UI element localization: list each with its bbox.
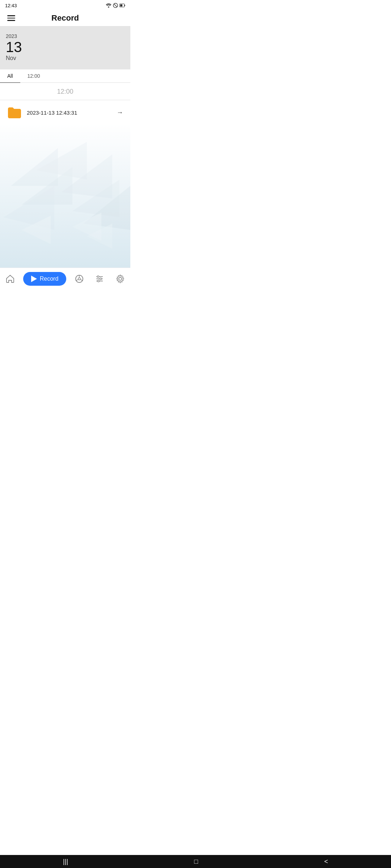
folder-icon <box>7 106 22 119</box>
bottom-nav: Record <box>0 268 130 289</box>
record-item[interactable]: 2023-11-13 12:43:31 → <box>4 100 126 125</box>
play-icon <box>31 276 37 282</box>
tabs-row: All 12:00 <box>0 69 130 83</box>
app-header: Record <box>0 10 130 26</box>
nav-steering[interactable] <box>72 273 87 285</box>
svg-rect-5 <box>120 4 122 7</box>
date-month: Nov <box>6 55 125 61</box>
steering-icon <box>75 274 84 284</box>
status-icons <box>106 3 125 8</box>
controls-icon <box>95 274 104 284</box>
decorative-background <box>0 123 130 268</box>
svg-point-27 <box>119 277 122 280</box>
status-time: 12:43 <box>5 3 17 8</box>
blocked-icon <box>113 3 118 8</box>
date-panel: 2023 13 Nov <box>0 26 130 69</box>
home-icon <box>5 274 15 284</box>
record-name: 2023-11-13 12:43:31 <box>27 110 117 116</box>
arrow-right-icon: → <box>117 109 123 116</box>
svg-point-17 <box>78 278 80 280</box>
wifi-icon <box>106 3 112 8</box>
date-year: 2023 <box>6 33 125 39</box>
nav-home[interactable] <box>3 273 18 285</box>
time-section-label: 12:00 <box>0 83 130 100</box>
tab-all[interactable]: All <box>0 69 20 83</box>
svg-line-2 <box>114 4 117 7</box>
nav-settings[interactable] <box>113 273 128 285</box>
tab-time[interactable]: 12:00 <box>20 69 47 83</box>
page-title: Record <box>51 13 79 23</box>
svg-point-26 <box>98 280 100 282</box>
settings-icon <box>115 274 125 284</box>
svg-point-24 <box>97 276 99 277</box>
svg-point-0 <box>108 7 109 8</box>
nav-controls[interactable] <box>92 273 107 285</box>
menu-button[interactable] <box>6 14 17 22</box>
battery-icon <box>119 3 125 8</box>
svg-point-25 <box>100 278 102 280</box>
svg-rect-4 <box>125 5 125 6</box>
status-bar: 12:43 <box>0 0 130 10</box>
date-day: 13 <box>6 40 125 54</box>
record-list: 2023-11-13 12:43:31 → <box>0 100 130 125</box>
record-button[interactable]: Record <box>23 272 67 286</box>
main-content: 12:00 2023-11-13 12:43:31 → <box>0 83 130 125</box>
record-button-label: Record <box>40 276 59 282</box>
